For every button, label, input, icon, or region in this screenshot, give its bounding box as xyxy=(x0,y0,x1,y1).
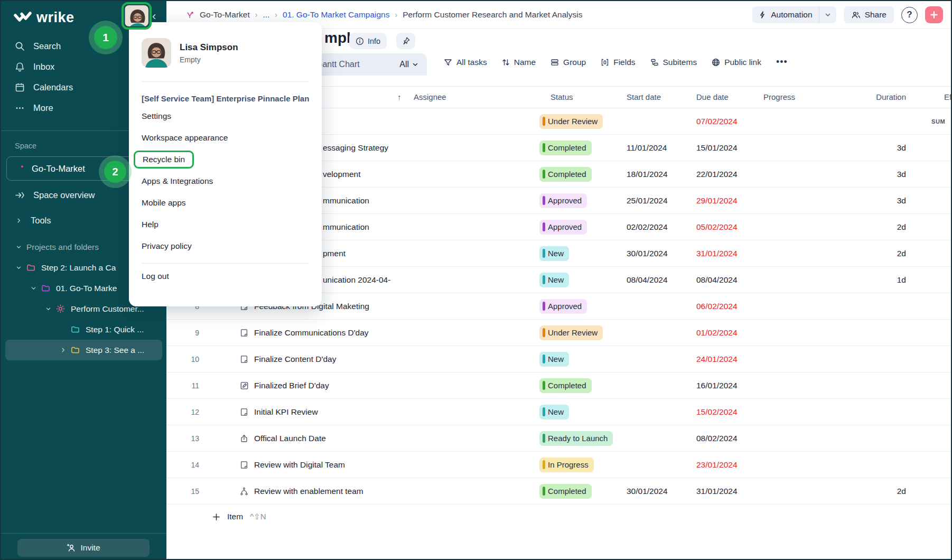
status-badge[interactable]: In Progress xyxy=(539,458,594,472)
breadcrumb-parent-link[interactable]: 01. Go-To Market Campaigns xyxy=(283,10,389,20)
table-row[interactable]: 15Review with enablement teamCompleted30… xyxy=(166,478,951,505)
view-filter-dropdown[interactable]: All xyxy=(399,60,418,69)
menu-item-apps-integrations[interactable]: Apps & Integrations xyxy=(142,170,309,192)
due-date[interactable]: 29/01/2024 xyxy=(696,196,738,206)
more-options-button[interactable]: ••• xyxy=(776,57,788,68)
start-date[interactable]: 08/04/2024 xyxy=(627,275,668,285)
group-button[interactable]: Group xyxy=(550,58,586,67)
subitems-button[interactable]: Subitems xyxy=(650,58,697,67)
share-button[interactable]: Share xyxy=(844,6,894,23)
status-badge[interactable]: Approved xyxy=(539,220,587,235)
due-date[interactable]: 07/02/2024 xyxy=(696,117,738,126)
due-date[interactable]: 08/02/2024 xyxy=(696,434,738,443)
due-date[interactable]: 22/01/2024 xyxy=(696,170,738,179)
fields-button[interactable]: Fields xyxy=(601,58,635,67)
status-badge[interactable]: New xyxy=(539,352,569,367)
wrike-logo[interactable]: wrike xyxy=(14,10,74,26)
column-header-progress[interactable]: Progress xyxy=(763,92,795,101)
tab-gantt-chart[interactable]: Gantt Chart xyxy=(316,60,360,69)
status-badge[interactable]: Completed xyxy=(539,141,592,155)
sidebar-tree-item[interactable]: Step 3: See a ... xyxy=(5,340,162,360)
task-name[interactable]: pment xyxy=(323,249,346,258)
automation-dropdown-chevron[interactable] xyxy=(819,6,836,23)
start-date[interactable]: 11/01/2024 xyxy=(627,143,667,153)
public-link-button[interactable]: Public link xyxy=(712,58,761,67)
menu-item-privacy-policy[interactable]: Privacy policy xyxy=(142,235,309,257)
start-date[interactable]: 18/01/2024 xyxy=(627,170,668,179)
table-row[interactable]: 9Finalize Communications D'dayUnder Revi… xyxy=(166,320,951,346)
info-button[interactable]: Info xyxy=(349,33,387,49)
column-header-status[interactable]: Status xyxy=(550,92,573,101)
task-name[interactable]: mmunication xyxy=(323,222,369,232)
menu-item-help[interactable]: Help xyxy=(142,213,309,235)
status-badge[interactable]: Under Review xyxy=(539,325,603,340)
task-name[interactable]: Review with Digital Team xyxy=(254,460,345,470)
task-name[interactable]: Initial KPI Review xyxy=(254,407,318,417)
sort-by-name-button[interactable]: Name xyxy=(502,58,536,67)
due-date[interactable]: 31/01/2024 xyxy=(696,249,738,258)
table-row[interactable]: 14Review with Digital TeamIn Progress23/… xyxy=(166,452,951,478)
due-date[interactable]: 31/01/2024 xyxy=(696,487,738,496)
pin-button[interactable] xyxy=(396,33,415,49)
start-date[interactable]: 25/01/2024 xyxy=(627,196,668,206)
status-badge[interactable]: New xyxy=(539,246,569,261)
task-name[interactable]: mmunication xyxy=(323,196,369,206)
breadcrumb-ellipsis[interactable]: ... xyxy=(263,10,269,20)
task-name[interactable]: Offical Launch Date xyxy=(254,434,326,443)
menu-item-workspace-appearance[interactable]: Workspace appearance xyxy=(142,127,309,148)
menu-item-mobile-apps[interactable]: Mobile apps xyxy=(142,192,309,213)
due-date[interactable]: 05/02/2024 xyxy=(696,222,738,232)
menu-item-settings[interactable]: Settings xyxy=(142,105,309,127)
column-header-assignee[interactable]: Assignee xyxy=(414,92,446,101)
table-row[interactable]: 12Initial KPI ReviewNew15/02/2024 xyxy=(166,399,951,425)
column-header-due-date[interactable]: Due date xyxy=(696,92,729,101)
due-date[interactable]: 15/02/2024 xyxy=(696,407,738,417)
table-row[interactable]: 13Offical Launch DateReady to Launch08/0… xyxy=(166,425,951,452)
status-badge[interactable]: Completed xyxy=(539,378,592,393)
due-date[interactable]: 06/02/2024 xyxy=(696,302,738,311)
add-button[interactable] xyxy=(925,6,943,23)
due-date[interactable]: 24/01/2024 xyxy=(696,354,738,364)
table-row[interactable]: 10Finalize Content D'dayNew24/01/2024 xyxy=(166,346,951,372)
menu-item-recycle-bin[interactable]: Recycle bin xyxy=(142,148,309,170)
due-date[interactable]: 01/02/2024 xyxy=(696,328,738,338)
status-badge[interactable]: Ready to Launch xyxy=(539,431,613,446)
status-badge[interactable]: New xyxy=(539,273,569,287)
column-header-effort[interactable]: Ef xyxy=(944,92,951,101)
menu-item-log-out[interactable]: Log out xyxy=(142,264,309,289)
task-name[interactable]: velopment xyxy=(323,170,361,179)
breadcrumb-space[interactable]: Go-To-Market xyxy=(200,10,250,20)
due-date[interactable]: 16/01/2024 xyxy=(696,381,738,390)
status-badge[interactable]: Under Review xyxy=(539,114,603,129)
sort-arrow-icon[interactable]: ↑ xyxy=(397,92,402,101)
task-name[interactable]: Finalize Communications D'day xyxy=(254,328,369,338)
start-date[interactable]: 30/01/2024 xyxy=(627,249,668,258)
start-date[interactable]: 30/01/2024 xyxy=(627,487,668,496)
help-button[interactable]: ? xyxy=(901,7,918,23)
chevron-down-icon[interactable] xyxy=(13,244,24,250)
automation-button[interactable]: Automation xyxy=(752,6,836,23)
status-badge[interactable]: Approved xyxy=(539,193,587,208)
invite-button[interactable]: Invite xyxy=(17,539,150,557)
task-name[interactable]: unication 2024-04- xyxy=(323,275,390,285)
task-name[interactable]: Finalized Brief D'day xyxy=(254,381,329,390)
user-avatar-button[interactable] xyxy=(122,2,152,30)
due-date[interactable]: 15/01/2024 xyxy=(696,143,738,153)
add-item-button[interactable]: Item ^⇧N xyxy=(212,512,266,521)
filter-all-tasks-button[interactable]: All tasks xyxy=(444,58,487,67)
sidebar-tree-item[interactable]: Step 1: Quick ... xyxy=(5,319,162,340)
start-date[interactable]: 02/02/2024 xyxy=(627,222,668,232)
task-name[interactable]: essaging Strategy xyxy=(323,143,388,153)
sidebar-collapse-icon[interactable]: ‹ xyxy=(152,10,156,23)
status-badge[interactable]: New xyxy=(539,405,569,419)
due-date[interactable]: 23/01/2024 xyxy=(696,460,738,470)
column-header-start-date[interactable]: Start date xyxy=(627,92,661,101)
task-name[interactable]: Review with enablement team xyxy=(254,487,363,496)
status-badge[interactable]: Completed xyxy=(539,484,592,499)
due-date[interactable]: 08/04/2024 xyxy=(696,275,738,285)
table-row[interactable]: 11Finalized Brief D'dayCompleted16/01/20… xyxy=(166,372,951,399)
chevron-right-icon[interactable] xyxy=(57,347,69,353)
column-header-duration[interactable]: Duration xyxy=(869,92,906,101)
chevron-down-icon[interactable] xyxy=(42,306,54,312)
status-badge[interactable]: Completed xyxy=(539,167,592,182)
